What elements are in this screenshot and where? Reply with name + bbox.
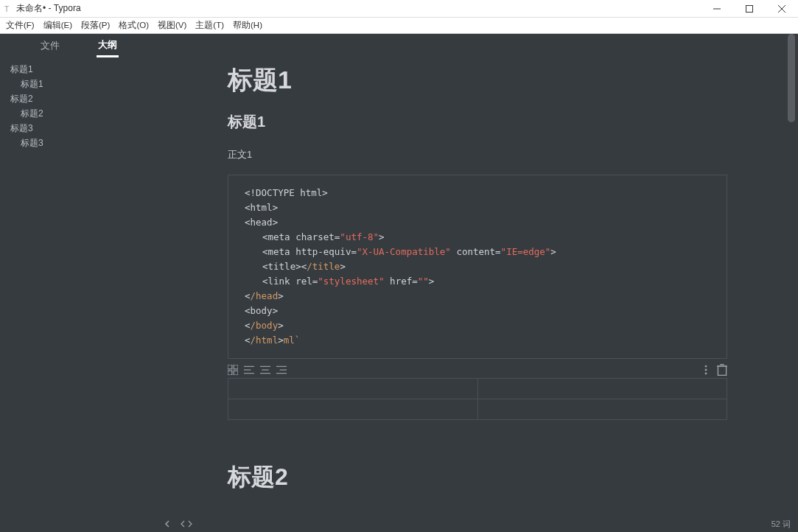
outline-item[interactable]: 标题2 [10,91,157,106]
word-count[interactable]: 52 词 [771,519,791,530]
code-line: <head> [245,215,710,230]
svg-rect-6 [228,371,232,375]
align-right-icon[interactable] [276,365,287,374]
code-line: </body> [245,318,710,333]
window-titlebar: T 未命名• - Typora [0,0,798,18]
editor[interactable]: 标题1 标题1 正文1 <!DOCTYPE html> <html> <head… [157,34,798,532]
svg-rect-7 [234,371,238,375]
svg-rect-20 [718,365,726,375]
scrollbar[interactable] [786,34,797,532]
code-line: </html>ml` [245,333,710,348]
code-line: <meta charset="utf-8"> [245,230,710,245]
menu-view[interactable]: 视图(V) [158,20,186,31]
menu-paragraph[interactable]: 段落(P) [81,20,110,31]
menubar: 文件(F) 编辑(E) 段落(P) 格式(O) 视图(V) 主题(T) 帮助(H… [0,18,798,34]
table-toolbar [228,363,727,377]
svg-point-18 [705,369,707,371]
sidebar-toggle-icon[interactable] [164,520,172,528]
code-line: <!DOCTYPE html> [245,186,710,200]
window-controls [701,0,798,18]
code-line: </head> [245,289,710,304]
trash-icon[interactable] [717,365,727,374]
svg-rect-4 [228,365,232,369]
heading-1[interactable]: 标题1 [228,63,727,97]
heading-2[interactable]: 标题1 [228,112,727,132]
menu-file[interactable]: 文件(F) [6,20,35,31]
code-line: <html> [245,200,710,215]
table-cell[interactable] [228,399,478,420]
table-resize-icon[interactable] [228,365,238,374]
menu-theme[interactable]: 主题(T) [195,20,224,31]
sidebar-tabs: 文件 大纲 [0,34,157,57]
paragraph[interactable]: 正文1 [228,148,727,161]
heading-1[interactable]: 标题2 [228,461,727,494]
sidebar: 文件 大纲 标题1 标题1 标题2 标题2 标题3 标题3 [0,34,157,532]
menu-format[interactable]: 格式(O) [119,20,149,31]
svg-rect-1 [746,5,753,12]
outline-item[interactable]: 标题3 [10,121,157,136]
table-cell[interactable] [228,379,478,399]
more-icon[interactable] [701,365,711,374]
statusbar: 52 词 [157,516,798,532]
outline-item[interactable]: 标题1 [10,62,157,77]
align-center-icon[interactable] [260,365,270,374]
code-fence[interactable]: <!DOCTYPE html> <html> <head> <meta char… [228,175,727,359]
table-row [228,399,727,420]
outline-item[interactable]: 标题2 [10,106,157,121]
table-cell[interactable] [477,379,727,399]
code-line: <link rel="stylesheet" href=""> [245,274,710,289]
tab-files[interactable]: 文件 [39,35,61,56]
outline-item[interactable]: 标题1 [10,77,157,91]
app-icon: T [4,5,12,13]
maximize-button[interactable] [733,0,766,18]
window-title: 未命名• - Typora [16,2,81,15]
svg-rect-5 [234,365,238,369]
tab-outline[interactable]: 大纲 [97,35,119,57]
outline-item[interactable]: 标题3 [10,136,157,150]
code-line: <meta http-equiv="X-UA-Compatible" conte… [245,245,710,259]
code-line: <title></title> [245,259,710,274]
menu-edit[interactable]: 编辑(E) [43,20,72,31]
scrollbar-thumb[interactable] [788,34,795,122]
outline-panel: 标题1 标题1 标题2 标题2 标题3 标题3 [0,57,157,150]
minimize-button[interactable] [701,0,733,18]
align-left-icon[interactable] [244,365,254,374]
editor-table[interactable] [228,378,727,420]
table-row [228,379,727,399]
svg-point-17 [705,365,707,368]
table-cell[interactable] [477,399,727,420]
source-mode-icon[interactable] [181,520,192,528]
menu-help[interactable]: 帮助(H) [233,20,262,31]
code-line: <body> [245,304,710,318]
svg-point-19 [705,373,707,375]
close-button[interactable] [766,0,798,18]
